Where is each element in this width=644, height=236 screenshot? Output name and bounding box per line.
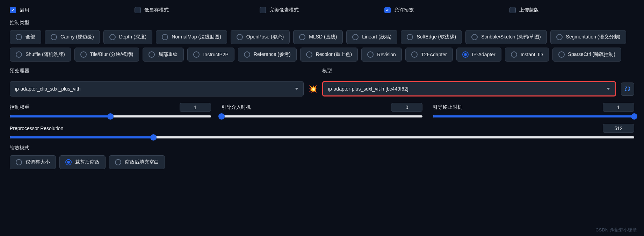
checkbox-icon: [10, 7, 16, 13]
radio-label: SoftEdge (软边缘): [417, 34, 456, 40]
control-type-group: 全部Canny (硬边缘)Depth (深度)NormalMap (法线贴图)O…: [10, 30, 634, 62]
radio-icon: [51, 34, 57, 40]
radio-label: Revision: [377, 52, 396, 57]
control-type-option[interactable]: 全部: [10, 30, 41, 44]
slider-label: 引导终止时机: [433, 104, 462, 110]
control-type-option[interactable]: InstructP2P: [187, 48, 234, 62]
resize-mode-label: 缩放模式: [10, 145, 634, 151]
checkbox-icon: [509, 7, 516, 13]
control-type-option[interactable]: NormalMap (法线贴图): [156, 30, 227, 44]
control-type-option[interactable]: Segmentation (语义分割): [550, 30, 627, 44]
radio-label: Shuffle (随机洗牌): [26, 51, 65, 58]
control-type-option[interactable]: Scribble/Sketch (涂鸦/草图): [465, 30, 547, 44]
radio-icon: [244, 51, 250, 58]
radio-icon: [299, 34, 305, 40]
checkbox-label: 允许预览: [394, 7, 414, 13]
radio-icon: [471, 34, 478, 40]
weight-slider: 控制权重 1: [10, 103, 211, 117]
radio-icon: [352, 34, 359, 40]
radio-icon: [462, 51, 469, 58]
control-type-option[interactable]: Shuffle (随机洗牌): [10, 48, 71, 62]
resolution-slider: Preprocessor Resolution 512: [10, 124, 634, 138]
radio-label: Recolor (重上色): [316, 51, 352, 58]
control-type-option[interactable]: Canny (硬边缘): [45, 30, 100, 44]
radio-icon: [16, 51, 22, 58]
checkbox-icon: [384, 7, 391, 13]
slider-value[interactable]: 0: [391, 103, 422, 112]
radio-label: Depth (深度): [119, 34, 147, 40]
slider-value[interactable]: 1: [603, 103, 634, 112]
slider-track[interactable]: [222, 115, 423, 117]
radio-label: InstructP2P: [203, 52, 228, 57]
slider-value[interactable]: 1: [180, 103, 211, 112]
refresh-button[interactable]: 🗘: [621, 83, 634, 96]
checkbox-label: 上传蒙版: [519, 7, 539, 13]
checkbox-icon: [135, 7, 141, 13]
resize-mode-option[interactable]: 裁剪后缩放: [59, 155, 106, 169]
checkbox-label: 低显存模式: [144, 7, 169, 13]
resize-mode-option[interactable]: 仅调整大小: [10, 155, 56, 169]
control-type-option[interactable]: IP-Adapter: [456, 48, 501, 62]
radio-label: Reference (参考): [254, 51, 291, 58]
control-type-option[interactable]: OpenPose (姿态): [231, 30, 290, 44]
control-type-option[interactable]: Tile/Blur (分块/模糊): [74, 48, 139, 62]
radio-icon: [306, 51, 312, 58]
radio-label: NormalMap (法线贴图): [172, 34, 221, 40]
end-slider: 引导终止时机 1: [433, 103, 634, 117]
checkbox-icon: [260, 7, 266, 13]
radio-label: 缩放后填充空白: [125, 159, 159, 165]
select-value: ip-adapter_clip_sdxl_plus_vith: [15, 86, 81, 92]
radio-label: Tile/Blur (分块/模糊): [90, 51, 133, 58]
top-checkbox-row: 启用 低显存模式 完美像素模式 允许预览 上传蒙版: [10, 7, 634, 13]
radio-icon: [80, 51, 87, 58]
radio-label: T2I-Adapter: [421, 52, 447, 57]
control-type-option[interactable]: MLSD (直线): [293, 30, 343, 44]
pixelperfect-check[interactable]: 完美像素模式: [260, 7, 384, 13]
control-type-option[interactable]: Recolor (重上色): [300, 48, 358, 62]
radio-icon: [411, 51, 418, 58]
checkbox-label: 启用: [20, 7, 29, 13]
radio-label: 局部重绘: [158, 51, 178, 58]
radio-label: MLSD (直线): [309, 34, 337, 40]
preview-check[interactable]: 允许预览: [384, 7, 509, 13]
refresh-icon: 🗘: [624, 86, 631, 93]
slider-track[interactable]: [433, 115, 634, 117]
resize-mode-group: 仅调整大小裁剪后缩放缩放后填充空白: [10, 155, 634, 169]
radio-icon: [556, 34, 563, 40]
model-select[interactable]: ip-adapter-plus_sdxl_vit-h [bc449f62]: [322, 81, 616, 96]
resize-mode-option[interactable]: 缩放后填充空白: [109, 155, 165, 169]
radio-label: 全部: [26, 34, 35, 40]
control-type-option[interactable]: Instant_ID: [505, 48, 549, 62]
radio-icon: [16, 34, 22, 40]
radio-label: Canny (硬边缘): [60, 34, 94, 40]
explode-icon[interactable]: 💥: [309, 85, 317, 93]
lowvram-check[interactable]: 低显存模式: [135, 7, 259, 13]
control-type-option[interactable]: T2I-Adapter: [405, 48, 453, 62]
slider-track[interactable]: [10, 136, 634, 138]
selects-row: 预处理器 ip-adapter_clip_sdxl_plus_vith 💥 模型…: [10, 68, 634, 96]
slider-track[interactable]: [10, 115, 211, 117]
radio-icon: [16, 159, 22, 165]
radio-icon: [511, 51, 517, 58]
uploadmask-check[interactable]: 上传蒙版: [509, 7, 634, 13]
control-type-option[interactable]: Depth (深度): [103, 30, 153, 44]
control-type-option[interactable]: SoftEdge (软边缘): [401, 30, 462, 44]
radio-label: Instant_ID: [521, 52, 543, 57]
sliders-row: 控制权重 1 引导介入时机 0 引导终止时机 1: [10, 103, 634, 117]
start-slider: 引导介入时机 0: [222, 103, 423, 117]
control-type-label: 控制类型: [10, 20, 634, 26]
control-type-option[interactable]: Revision: [361, 48, 402, 62]
enable-check[interactable]: 启用: [10, 7, 135, 13]
radio-icon: [65, 159, 72, 165]
control-type-option[interactable]: SparseCtrl (稀疏控制): [552, 48, 621, 62]
radio-label: IP-Adapter: [472, 52, 495, 57]
control-type-option[interactable]: 局部重绘: [143, 48, 184, 62]
slider-label: Preprocessor Resolution: [10, 126, 63, 131]
slider-value[interactable]: 512: [603, 124, 634, 133]
radio-icon: [558, 51, 565, 58]
radio-icon: [109, 34, 116, 40]
control-type-option[interactable]: Lineart (线稿): [346, 30, 397, 44]
preprocessor-select[interactable]: ip-adapter_clip_sdxl_plus_vith: [10, 81, 304, 96]
radio-icon: [162, 34, 168, 40]
control-type-option[interactable]: Reference (参考): [238, 48, 297, 62]
